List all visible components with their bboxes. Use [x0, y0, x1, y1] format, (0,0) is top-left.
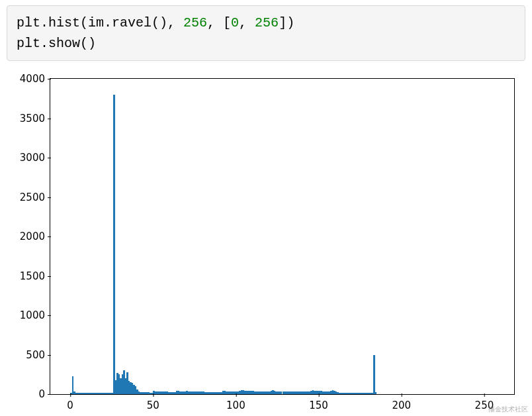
y-tick-label: 500	[26, 349, 50, 361]
x-tick-label: 100	[226, 394, 245, 411]
y-tick-label: 4000	[20, 73, 50, 85]
y-tick-label: 3500	[20, 113, 50, 125]
axes: 0500100015002000250030003500400005010015…	[50, 78, 515, 395]
watermark: 播金技术社区	[488, 405, 528, 414]
plot-area	[50, 79, 514, 394]
x-tick-label: 150	[309, 394, 328, 411]
y-tick-label: 1000	[20, 309, 50, 321]
code-line-2: plt.show()	[17, 36, 96, 51]
x-tick-label: 50	[147, 394, 159, 411]
histogram-bar	[113, 95, 115, 394]
histogram-chart: 0500100015002000250030003500400005010015…	[0, 66, 532, 416]
y-tick-label: 3000	[20, 152, 50, 164]
x-tick-label: 200	[392, 394, 411, 411]
y-tick-label: 0	[38, 388, 50, 400]
y-tick-label: 2000	[20, 231, 50, 242]
y-tick-label: 2500	[20, 191, 50, 203]
histogram-bar	[373, 355, 375, 395]
x-tick-label: 0	[67, 394, 73, 411]
y-tick-label: 1500	[20, 270, 50, 282]
histogram-bar	[375, 392, 377, 394]
code-cell: plt.hist(im.ravel(), 256, [0, 256]) plt.…	[7, 5, 525, 61]
code-line-1: plt.hist(im.ravel(), 256, [0, 256])	[17, 15, 294, 30]
